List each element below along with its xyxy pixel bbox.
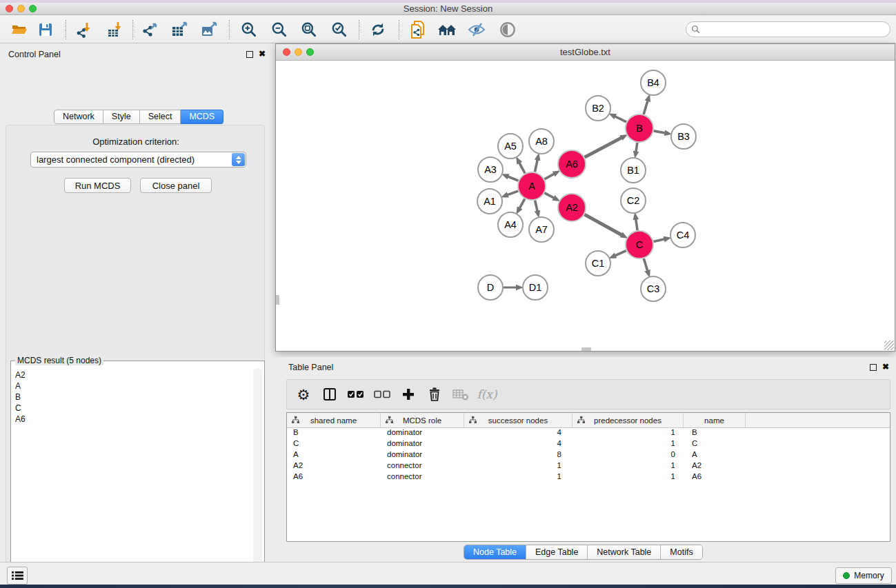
show-columns-button[interactable] bbox=[320, 384, 339, 405]
result-item[interactable]: B bbox=[15, 392, 26, 403]
column-header-shared-name[interactable]: shared name bbox=[287, 413, 381, 427]
graph-edge[interactable] bbox=[636, 219, 637, 230]
run-mcds-button[interactable]: Run MCDS bbox=[64, 178, 131, 193]
tab-mcds[interactable]: MCDS bbox=[181, 110, 223, 124]
column-header-mcds-role[interactable]: MCDS role bbox=[381, 413, 464, 427]
network-window-titlebar[interactable]: testGlobe.txt bbox=[276, 44, 895, 61]
mcds-result-title: MCDS result (5 nodes) bbox=[15, 356, 103, 365]
tab-network[interactable]: Network bbox=[54, 110, 103, 124]
mcds-result-list[interactable]: A2ABCA6 bbox=[15, 369, 26, 425]
tab-style[interactable]: Style bbox=[103, 110, 140, 124]
create-column-button[interactable] bbox=[399, 384, 418, 405]
export-network-button[interactable] bbox=[138, 19, 163, 41]
graph-edge[interactable] bbox=[644, 101, 648, 114]
float-table-panel-icon[interactable] bbox=[870, 364, 877, 371]
select-all-columns-button[interactable] bbox=[346, 384, 366, 405]
graph-edge[interactable] bbox=[545, 193, 555, 198]
graph-edge[interactable] bbox=[584, 214, 621, 235]
search-input[interactable] bbox=[703, 25, 882, 34]
memory-button[interactable]: Memory bbox=[835, 567, 892, 584]
export-table-button[interactable] bbox=[168, 19, 192, 41]
criterion-dropdown[interactable]: largest connected component (directed) bbox=[30, 152, 246, 168]
toolbar-separator bbox=[399, 20, 399, 39]
import-table-button[interactable] bbox=[102, 19, 127, 41]
graph-edge[interactable] bbox=[519, 199, 525, 208]
column-header-predecessor-nodes[interactable]: predecessor nodes bbox=[573, 413, 684, 427]
zoom-in-button[interactable] bbox=[237, 19, 261, 41]
search-field[interactable] bbox=[686, 21, 890, 37]
zoom-out-button[interactable] bbox=[267, 19, 292, 41]
save-session-button[interactable] bbox=[33, 19, 58, 41]
close-window-button[interactable] bbox=[6, 5, 13, 12]
graph-edge[interactable] bbox=[508, 176, 518, 181]
duplicate-network-button[interactable] bbox=[406, 19, 430, 41]
import-table-icon bbox=[106, 21, 123, 38]
minimize-window-button[interactable] bbox=[17, 5, 25, 12]
network-canvas[interactable]: B4B2BB3A8A5A6A3B1AA1C2A2A4A7C4CC1C3DD1 bbox=[276, 61, 895, 351]
trash-icon bbox=[428, 387, 441, 401]
float-panel-icon[interactable] bbox=[246, 51, 253, 58]
graph-edge[interactable] bbox=[535, 200, 538, 211]
result-item[interactable]: A2 bbox=[15, 369, 26, 381]
close-network-button[interactable] bbox=[283, 48, 290, 56]
deselect-all-columns-button[interactable] bbox=[372, 384, 392, 405]
tab-node-table[interactable]: Node Table bbox=[464, 545, 526, 559]
zoom-selected-button[interactable] bbox=[327, 19, 352, 41]
zoom-network-button[interactable] bbox=[306, 48, 314, 56]
resize-grip-icon[interactable] bbox=[884, 341, 894, 350]
table-body[interactable]: Bdominator41BCdominator41CAdominator80AA… bbox=[287, 428, 890, 483]
import-network-button[interactable] bbox=[71, 19, 96, 41]
table-options-button[interactable]: ⚙ bbox=[294, 384, 313, 405]
toolbar-separator bbox=[66, 20, 66, 39]
table-row[interactable]: A2connector11A2 bbox=[287, 461, 890, 472]
refresh-layout-button[interactable] bbox=[366, 19, 390, 41]
delete-table-icon bbox=[452, 388, 469, 401]
main-toolbar bbox=[0, 15, 896, 43]
result-scrollbar[interactable] bbox=[253, 368, 262, 588]
result-item[interactable]: A6 bbox=[15, 414, 26, 425]
tab-motifs[interactable]: Motifs bbox=[661, 545, 701, 559]
minimize-network-button[interactable] bbox=[295, 48, 302, 56]
table-row[interactable]: Cdominator41C bbox=[287, 439, 890, 450]
tab-select[interactable]: Select bbox=[140, 110, 181, 124]
tab-edge-table[interactable]: Edge Table bbox=[526, 545, 588, 559]
table-row[interactable]: A6connector11A6 bbox=[287, 472, 890, 483]
show-details-button[interactable] bbox=[495, 19, 520, 41]
graph-edge[interactable] bbox=[654, 131, 666, 133]
graph-edge[interactable] bbox=[644, 258, 648, 271]
table-row[interactable]: Adominator80A bbox=[287, 450, 890, 461]
hide-details-button[interactable] bbox=[464, 19, 489, 41]
table-row[interactable]: Bdominator41B bbox=[287, 428, 890, 439]
zoom-fit-button[interactable] bbox=[297, 19, 321, 41]
close-table-panel-icon[interactable]: ✖ bbox=[882, 363, 889, 371]
result-item[interactable]: A bbox=[15, 381, 26, 392]
graph-edge[interactable] bbox=[535, 159, 537, 172]
close-panel-button[interactable]: Close panel bbox=[140, 178, 212, 193]
export-image-button[interactable] bbox=[197, 19, 222, 41]
graph-edge[interactable] bbox=[544, 174, 554, 179]
canvas-vscroll-nub[interactable] bbox=[276, 295, 279, 305]
result-item[interactable]: C bbox=[15, 403, 26, 414]
graph-edge[interactable] bbox=[653, 239, 664, 242]
column-header-successor-nodes[interactable]: successor nodes bbox=[464, 413, 573, 427]
zoom-selected-icon bbox=[330, 21, 348, 39]
graph-edge[interactable] bbox=[519, 163, 525, 174]
hierarchy-icon bbox=[577, 416, 585, 424]
close-panel-icon[interactable]: ✖ bbox=[259, 50, 266, 58]
network-graph[interactable]: B4B2BB3A8A5A6A3B1AA1C2A2A4A7C4CC1C3DD1 bbox=[276, 61, 895, 351]
open-file-button[interactable] bbox=[7, 19, 32, 41]
graph-edge[interactable] bbox=[615, 251, 626, 256]
graph-edge[interactable] bbox=[507, 191, 518, 195]
tab-network-table[interactable]: Network Table bbox=[588, 545, 661, 559]
graph-edge[interactable] bbox=[615, 116, 626, 122]
canvas-hscroll-nub[interactable] bbox=[581, 347, 591, 351]
column-header-name[interactable]: name bbox=[684, 413, 746, 427]
graph-edge[interactable] bbox=[585, 138, 622, 158]
zoom-out-icon bbox=[270, 21, 288, 39]
delete-column-button[interactable] bbox=[425, 384, 444, 405]
graph-edge[interactable] bbox=[636, 143, 637, 152]
panels-menu-button[interactable] bbox=[7, 567, 28, 585]
zoom-window-button[interactable] bbox=[29, 5, 37, 12]
mcds-result-groupbox: MCDS result (5 nodes) A2ABCA6 bbox=[10, 361, 265, 588]
network-home-button[interactable] bbox=[435, 19, 459, 41]
